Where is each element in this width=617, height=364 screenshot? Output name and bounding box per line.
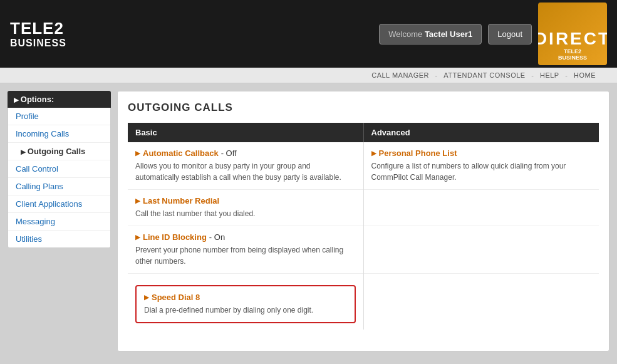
last-number-redial-desc: Call the last number that you dialed. — [135, 208, 356, 219]
arrow-icon-2: ▶ — [135, 197, 140, 204]
nav-help[interactable]: HELP — [540, 71, 559, 79]
basic-feature-cell-1: ▶ Automatic Callback - Off Allows you to… — [128, 142, 363, 190]
automatic-callback-status: - Off — [221, 148, 237, 158]
nav-bar: CALL MANAGER - ATTENDANT CONSOLE - HELP … — [0, 68, 617, 83]
direct-sub2: BUSINESS — [558, 55, 587, 61]
content-area: OUTGOING CALLS Basic Advanced ▶ Automati… — [117, 91, 609, 351]
feature-row-1: ▶ Automatic Callback - Off Allows you to… — [128, 142, 599, 190]
arrow-icon-4: ▶ — [144, 294, 149, 301]
nav-home[interactable]: HOME — [574, 71, 596, 79]
advanced-feature-cell-2 — [363, 190, 599, 226]
sidebar-item-incoming-calls[interactable]: Incoming Calls — [8, 125, 110, 143]
feature-row-4: ▶ Speed Dial 8 Dial a pre-defined number… — [128, 274, 599, 330]
line-id-blocking-status: - On — [209, 232, 225, 242]
logo: TELE2 BUSINESS — [10, 19, 66, 48]
automatic-callback-link[interactable]: ▶ Automatic Callback - Off — [135, 148, 356, 158]
nav-sep-2: - — [531, 71, 534, 79]
line-id-blocking-label: Line ID Blocking — [143, 232, 207, 242]
personal-phone-list-link[interactable]: ▶ Personal Phone List — [371, 148, 592, 158]
main-layout: Options: Profile Incoming Calls Outgoing… — [0, 83, 617, 359]
arrow-icon-adv-1: ▶ — [371, 150, 376, 157]
line-id-blocking-desc: Prevent your phone number from being dis… — [135, 244, 356, 267]
advanced-feature-cell-3 — [363, 226, 599, 274]
welcome-text: Welcome Tactel User1 — [379, 24, 482, 44]
feature-table: Basic Advanced ▶ Automatic Callback - Of… — [128, 123, 599, 330]
username: Tactel User1 — [425, 29, 472, 39]
direct-sub: TELE2 BUSINESS — [558, 49, 587, 61]
page-title: OUTGOING CALLS — [128, 101, 599, 114]
logo-business: BUSINESS — [10, 38, 66, 49]
direct-label: DIRECT — [538, 29, 607, 49]
feature-row-3: ▶ Line ID Blocking - On Prevent your pho… — [128, 226, 599, 274]
sidebar-menu: Profile Incoming Calls Outgoing Calls Ca… — [8, 108, 111, 248]
nav-call-manager[interactable]: CALL MANAGER — [371, 71, 429, 79]
welcome-area: Welcome Tactel User1 Logout — [379, 24, 532, 44]
arrow-icon-3: ▶ — [135, 234, 140, 241]
sidebar-item-call-control[interactable]: Call Control — [8, 160, 110, 178]
sidebar-item-outgoing-calls[interactable]: Outgoing Calls — [8, 143, 110, 160]
sidebar-item-client-applications[interactable]: Client Applications — [8, 195, 110, 213]
speed-dial-8-desc: Dial a pre-defined number by dialing onl… — [144, 304, 347, 316]
last-number-redial-link[interactable]: ▶ Last Number Redial — [135, 196, 356, 205]
sidebar-header-label: Options: — [21, 95, 54, 104]
personal-phone-list-label: Personal Phone List — [379, 148, 457, 158]
advanced-feature-cell-1: ▶ Personal Phone List Configure a list o… — [363, 142, 599, 190]
nav-sep-3: - — [565, 71, 568, 79]
sidebar-item-messaging[interactable]: Messaging — [8, 213, 110, 231]
feature-row-2: ▶ Last Number Redial Call the last numbe… — [128, 190, 599, 226]
automatic-callback-desc: Allows you to monitor a busy party in yo… — [135, 160, 356, 183]
arrow-icon-1: ▶ — [135, 150, 140, 157]
welcome-prefix: Welcome — [388, 29, 422, 39]
sidebar-header: Options: — [8, 91, 111, 108]
speed-dial-8-label: Speed Dial 8 — [152, 293, 200, 302]
automatic-callback-label: Automatic Callback — [143, 148, 219, 158]
sidebar-item-profile[interactable]: Profile — [8, 108, 110, 125]
personal-phone-list-desc: Configure a list of numbers to allow qui… — [371, 160, 592, 183]
logo-tele2: TELE2 — [10, 19, 66, 38]
advanced-feature-cell-4 — [363, 274, 599, 330]
speed-dial-8-link[interactable]: ▶ Speed Dial 8 — [144, 293, 347, 302]
direct-banner: DIRECT TELE2 BUSINESS — [538, 3, 607, 65]
logout-button[interactable]: Logout — [488, 24, 532, 44]
header: TELE2 BUSINESS Welcome Tactel User1 Logo… — [0, 0, 617, 68]
speed-dial-8-box: ▶ Speed Dial 8 Dial a pre-defined number… — [135, 285, 356, 323]
sidebar-item-utilities[interactable]: Utilities — [8, 231, 110, 247]
sidebar-item-calling-plans[interactable]: Calling Plans — [8, 178, 110, 195]
nav-sep-1: - — [435, 71, 438, 79]
col-header-advanced: Advanced — [363, 123, 599, 142]
sidebar: Options: Profile Incoming Calls Outgoing… — [8, 91, 111, 351]
basic-feature-cell-4: ▶ Speed Dial 8 Dial a pre-defined number… — [128, 274, 363, 330]
basic-feature-cell-2: ▶ Last Number Redial Call the last numbe… — [128, 190, 363, 226]
nav-attendant-console[interactable]: ATTENDANT CONSOLE — [443, 71, 525, 79]
basic-feature-cell-3: ▶ Line ID Blocking - On Prevent your pho… — [128, 226, 363, 274]
last-number-redial-label: Last Number Redial — [143, 196, 219, 205]
line-id-blocking-link[interactable]: ▶ Line ID Blocking - On — [135, 232, 356, 242]
col-header-basic: Basic — [128, 123, 363, 142]
